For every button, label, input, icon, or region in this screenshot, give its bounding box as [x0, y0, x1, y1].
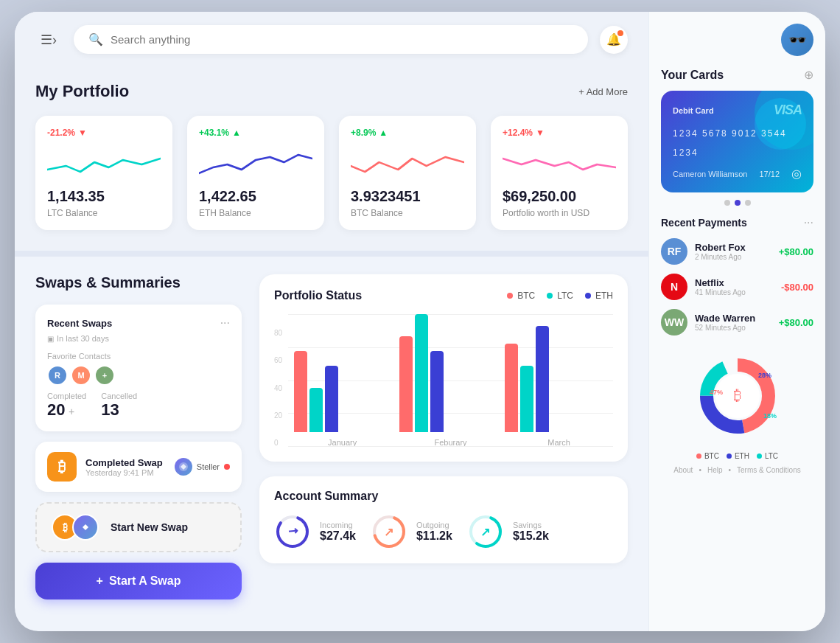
search-icon: 🔍	[88, 32, 103, 46]
netflix-amount: -$80.00	[781, 282, 813, 293]
eth-donut-legend: ETH	[727, 452, 749, 460]
btc-legend-dot	[507, 293, 513, 299]
about-link[interactable]: About	[673, 466, 693, 474]
notification-dot	[617, 30, 623, 36]
btc-chart	[351, 144, 464, 181]
recent-payments-title: Recent Payments	[661, 217, 747, 229]
start-new-swap-card[interactable]: ₿ Start New Swap	[35, 502, 242, 552]
chart-title: Portfolio Status	[274, 289, 362, 302]
btc-bar-mar	[505, 344, 518, 432]
ltc-donut-dot	[757, 453, 762, 459]
ltc-legend-dot	[547, 293, 553, 299]
outgoing-circle: ↗	[371, 513, 407, 550]
eth-bar-mar	[536, 326, 549, 432]
outgoing-card: ↗ Outgoing $11.2k	[371, 513, 452, 550]
ltc-bar-feb	[415, 314, 428, 432]
cancelled-stat: Cancelled 13	[101, 392, 137, 420]
ltc-donut-legend: LTC	[757, 452, 778, 460]
payments-more-button[interactable]: ···	[804, 216, 813, 229]
savings-circle: ↗	[467, 513, 504, 550]
usd-value: $69,250.00	[503, 188, 616, 205]
chart-labels: January Feburary March	[288, 438, 613, 447]
your-cards-title: Your Cards	[661, 69, 724, 82]
bar-chart	[288, 314, 613, 432]
btc-change: +8.9% ▲	[351, 128, 464, 138]
card-dot-2[interactable]	[735, 200, 741, 206]
card-type: Debit Card	[673, 106, 714, 115]
btc-card: +8.9% ▲ 3.9323451 BTC Balance	[339, 116, 476, 230]
contacts-label: Favorite Contacts	[47, 352, 230, 361]
robert-avatar: RF	[661, 238, 687, 265]
usd-chart	[503, 144, 616, 181]
completed-stat: Completed 20 +	[47, 392, 86, 420]
plus-icon: +	[97, 574, 103, 588]
start-swap-button[interactable]: + Start A Swap	[35, 563, 242, 599]
eth-legend-dot	[585, 293, 591, 299]
contact-avatar-3: +	[94, 365, 115, 386]
search-input[interactable]	[111, 33, 573, 46]
swap-subtitle: ▣ In last 30 days	[47, 334, 230, 343]
btc-donut-dot	[696, 453, 701, 459]
contact-avatar-2: M	[71, 365, 91, 386]
btc-icon: ₿	[47, 452, 77, 482]
settings-icon[interactable]: ⊕	[804, 68, 813, 82]
summary-cards: ↙ Incoming $27.4k	[274, 513, 613, 550]
eth-card: +43.1% ▲ 1,422.65 ETH Balance	[187, 116, 324, 230]
eth-change: +43.1% ▲	[199, 128, 312, 138]
stellar-badge: Steller	[175, 458, 230, 476]
recent-swaps-title: Recent Swaps	[47, 318, 112, 329]
card-number: 1234 5678 9012 3544	[673, 128, 802, 139]
ltc-change: -21.2% ▼	[47, 128, 161, 138]
notification-button[interactable]: 🔔	[600, 26, 628, 54]
stats-row: Completed 20 + Cancelled 13	[47, 392, 230, 420]
donut-chart: ₿ 47% 28% 18%	[693, 352, 782, 440]
completed-info: Completed Swap Yesterday 9:41 PM	[85, 457, 166, 477]
eth-legend: ETH	[585, 291, 613, 301]
donut-chart-section: ₿ 47% 28% 18%	[661, 352, 813, 440]
payment-item-netflix: N Netflix 41 Minutes Ago -$80.00	[661, 274, 813, 300]
incoming-info: Incoming $27.4k	[320, 521, 356, 543]
eth-bar-feb	[430, 351, 444, 432]
help-link[interactable]: Help	[707, 466, 723, 474]
eth-chart	[199, 144, 312, 181]
btc-bar-feb	[399, 336, 413, 432]
svg-text:47%: 47%	[710, 389, 723, 396]
wade-avatar: WW	[661, 309, 687, 336]
summary-title: Account Summary	[274, 490, 613, 503]
ltc-value: 1,143.35	[47, 188, 161, 205]
add-more-button[interactable]: + Add More	[578, 86, 628, 97]
recent-swaps-menu[interactable]: ···	[220, 316, 230, 330]
eth-bar-jan	[325, 366, 338, 432]
wade-info: Wade Warren 52 Minutes Ago	[695, 313, 771, 332]
card-number-row2: 1234	[673, 147, 802, 158]
menu-button[interactable]: ☰›	[35, 27, 62, 53]
outgoing-info: Outgoing $11.2k	[416, 521, 452, 543]
card-dot-3[interactable]	[745, 200, 751, 206]
terms-link[interactable]: Terms & Conditions	[737, 466, 801, 474]
swaps-panel: Swaps & Summaries Recent Swaps ··· ▣ In …	[35, 274, 242, 614]
svg-text:₿: ₿	[734, 387, 741, 403]
usd-card: +12.4% ▼ $69,250.00 Portfolio worth in U…	[491, 116, 628, 230]
your-cards-header: Your Cards ⊕	[661, 68, 813, 82]
card-dot-1[interactable]	[724, 200, 730, 206]
card-expiry: 17/12	[759, 170, 780, 178]
usd-label: Portfolio worth in USD	[503, 208, 616, 218]
svg-text:18%: 18%	[763, 412, 777, 420]
bar-chart-wrap: January Feburary March	[288, 314, 613, 447]
contactless-icon: ◎	[791, 167, 802, 181]
incoming-card: ↙ Incoming $27.4k	[274, 513, 356, 550]
payment-item-wade: WW Wade Warren 52 Minutes Ago +$80.00	[661, 309, 813, 336]
btc-legend: BTC	[507, 291, 535, 301]
portfolio-cards: -21.2% ▼ 1,143.35 LTC Balance +43.1% ▲	[35, 116, 628, 230]
ltc-label: LTC Balance	[47, 208, 161, 218]
wade-amount: +$80.00	[779, 317, 813, 328]
svg-text:28%: 28%	[758, 372, 771, 379]
eth-donut-dot	[727, 453, 732, 459]
ltc-bar-mar	[520, 366, 533, 432]
savings-info: Savings $15.2k	[513, 521, 549, 543]
user-avatar[interactable]: 🕶️	[781, 24, 813, 56]
btc-donut-legend: BTC	[696, 452, 719, 460]
right-sidebar: 🕶️ Your Cards ⊕ Debit Card VISA 1234 567…	[648, 12, 825, 631]
stellar-swap-icon	[72, 514, 99, 541]
recent-swaps-card: Recent Swaps ··· ▣ In last 30 days Favor…	[35, 305, 242, 431]
